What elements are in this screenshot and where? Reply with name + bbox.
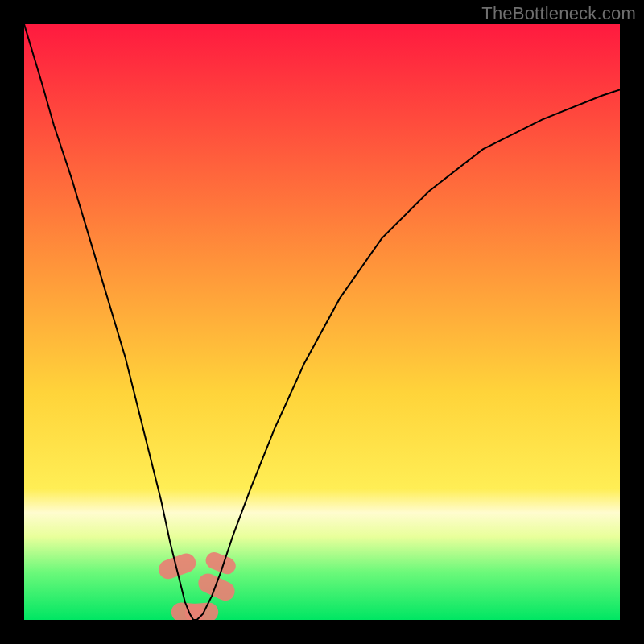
plot-area [24,24,620,620]
data-marker [195,571,237,605]
chart-overlay [24,24,620,620]
data-marker [156,551,199,581]
data-markers [156,550,238,620]
bottleneck-curve [24,24,620,620]
watermark-text: TheBottleneck.com [481,3,636,24]
chart-frame: TheBottleneck.com [0,0,644,644]
